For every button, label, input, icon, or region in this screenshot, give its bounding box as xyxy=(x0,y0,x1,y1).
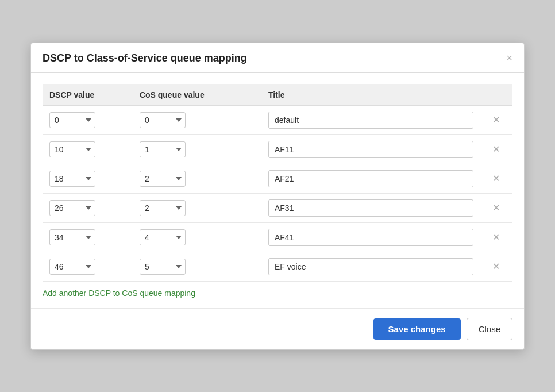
dscp-cell-2: 0246810121416182022242628303234363840424… xyxy=(43,164,133,193)
cos-select-4[interactable]: 01234567 xyxy=(140,229,186,245)
delete-cell-2: ✕ xyxy=(480,164,512,193)
dialog-footer: Save changes Close xyxy=(31,308,524,349)
title-input-4[interactable] xyxy=(268,229,473,246)
cos-select-5[interactable]: 01234567 xyxy=(140,259,186,275)
dscp-select-5[interactable]: 0246810121416182022242628303234363840424… xyxy=(49,259,95,275)
col-header-actions xyxy=(480,84,512,106)
title-input-0[interactable] xyxy=(268,112,473,129)
dialog-body: DSCP value CoS queue value Title 0246810… xyxy=(31,73,524,308)
title-input-3[interactable] xyxy=(268,199,473,217)
title-cell-3 xyxy=(261,193,480,222)
delete-row-button-3[interactable]: ✕ xyxy=(489,201,503,214)
delete-row-button-5[interactable]: ✕ xyxy=(489,260,503,273)
title-cell-1 xyxy=(261,134,480,164)
dscp-cell-3: 0246810121416182022242628303234363840424… xyxy=(43,193,133,222)
table-header-row: DSCP value CoS queue value Title xyxy=(43,84,512,106)
cos-select-2[interactable]: 01234567 xyxy=(140,171,186,187)
add-mapping-link[interactable]: Add another DSCP to CoS queue mapping xyxy=(43,289,195,298)
cos-cell-5: 01234567 xyxy=(133,252,261,281)
dialog-header: DSCP to Class-of-Service queue mapping × xyxy=(31,43,524,73)
dscp-select-1[interactable]: 0246810121416182022242628303234363840424… xyxy=(49,141,95,157)
cos-cell-3: 01234567 xyxy=(133,193,261,222)
col-header-dscp: DSCP value xyxy=(43,84,133,106)
dscp-cell-1: 0246810121416182022242628303234363840424… xyxy=(43,134,133,164)
mapping-table: DSCP value CoS queue value Title 0246810… xyxy=(43,84,512,282)
delete-row-button-1[interactable]: ✕ xyxy=(489,143,503,156)
cos-cell-1: 01234567 xyxy=(133,134,261,164)
cos-cell-4: 01234567 xyxy=(133,222,261,252)
dscp-cell-4: 0246810121416182022242628303234363840424… xyxy=(43,222,133,252)
delete-cell-4: ✕ xyxy=(480,222,512,252)
dscp-select-2[interactable]: 0246810121416182022242628303234363840424… xyxy=(49,171,95,187)
dscp-select-4[interactable]: 0246810121416182022242628303234363840424… xyxy=(49,229,95,245)
delete-cell-3: ✕ xyxy=(480,193,512,222)
close-button[interactable]: Close xyxy=(467,318,512,340)
table-row: 0246810121416182022242628303234363840424… xyxy=(43,222,512,252)
title-cell-5 xyxy=(261,252,480,281)
title-cell-0 xyxy=(261,105,480,134)
cos-cell-0: 01234567 xyxy=(133,105,261,134)
dscp-select-3[interactable]: 0246810121416182022242628303234363840424… xyxy=(49,200,95,216)
dscp-cell-0: 0246810121416182022242628303234363840424… xyxy=(43,105,133,134)
delete-cell-1: ✕ xyxy=(480,134,512,164)
dscp-select-0[interactable]: 0246810121416182022242628303234363840424… xyxy=(49,112,95,128)
table-row: 0246810121416182022242628303234363840424… xyxy=(43,193,512,222)
cos-select-1[interactable]: 01234567 xyxy=(140,141,186,157)
delete-row-button-4[interactable]: ✕ xyxy=(489,230,503,244)
delete-cell-5: ✕ xyxy=(480,252,512,281)
table-row: 0246810121416182022242628303234363840424… xyxy=(43,105,512,134)
title-input-2[interactable] xyxy=(268,170,473,187)
table-row: 0246810121416182022242628303234363840424… xyxy=(43,164,512,193)
title-input-1[interactable] xyxy=(268,141,473,158)
dialog-close-x-button[interactable]: × xyxy=(506,53,512,63)
dialog-title: DSCP to Class-of-Service queue mapping xyxy=(43,52,247,64)
col-header-cos: CoS queue value xyxy=(133,84,261,106)
delete-cell-0: ✕ xyxy=(480,105,512,134)
col-header-title: Title xyxy=(261,84,480,106)
table-row: 0246810121416182022242628303234363840424… xyxy=(43,252,512,281)
cos-select-0[interactable]: 01234567 xyxy=(140,112,186,128)
main-dialog: DSCP to Class-of-Service queue mapping ×… xyxy=(30,43,525,350)
dscp-cell-5: 0246810121416182022242628303234363840424… xyxy=(43,252,133,281)
title-cell-4 xyxy=(261,222,480,252)
delete-row-button-0[interactable]: ✕ xyxy=(489,113,503,126)
table-row: 0246810121416182022242628303234363840424… xyxy=(43,134,512,164)
cos-cell-2: 01234567 xyxy=(133,164,261,193)
delete-row-button-2[interactable]: ✕ xyxy=(489,172,503,185)
title-cell-2 xyxy=(261,164,480,193)
cos-select-3[interactable]: 01234567 xyxy=(140,200,186,216)
save-changes-button[interactable]: Save changes xyxy=(373,318,461,340)
title-input-5[interactable] xyxy=(268,258,473,275)
